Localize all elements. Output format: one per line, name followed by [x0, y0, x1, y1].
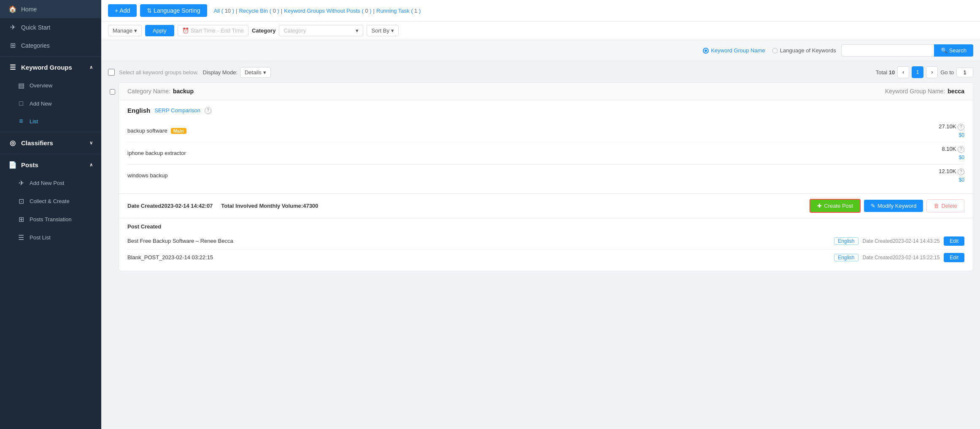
search-button[interactable]: 🔍 Search: [934, 44, 973, 57]
help-icon[interactable]: ?: [205, 107, 211, 114]
card-body: English SERP Comparison ? backup softwar…: [119, 100, 973, 193]
sidebar-item-overview[interactable]: ▤ Overview: [4, 76, 101, 95]
language-badge: English: [834, 237, 858, 245]
keyword-row: backup software Main 27.10K ? $0: [127, 120, 964, 142]
category-select[interactable]: Category ▾: [279, 25, 363, 36]
keyword-stats: 27.10K ? $0: [939, 122, 964, 139]
modify-icon: ✎: [871, 203, 875, 209]
all-link[interactable]: All ( 10 ): [214, 8, 234, 14]
keyword-table: backup software Main 27.10K ? $0 iphone …: [127, 120, 964, 187]
add-button[interactable]: + Add: [108, 4, 137, 17]
sidebar-item-classifiers[interactable]: ◎ Classifiers ∨: [0, 134, 101, 152]
prev-page-button[interactable]: ‹: [897, 66, 909, 78]
sidebar-item-label: Classifiers: [21, 139, 53, 147]
no-posts-link[interactable]: Keyword Groups Without Posts ( 0 ): [284, 8, 371, 14]
sidebar-item-quick-start[interactable]: ✈ Quick Start: [0, 18, 101, 36]
search-input[interactable]: [841, 44, 934, 57]
toolbar: + Add ⇅ Language Sorting All ( 10 ) | Re…: [101, 0, 980, 22]
keyword-name: iphone backup extractor: [127, 150, 942, 156]
card-header: Category Name: backup Keyword Group Name…: [119, 83, 973, 100]
posts-created-label: Post Created: [127, 223, 964, 230]
sidebar-item-posts-translation[interactable]: ⊞ Posts Translation: [4, 210, 101, 228]
create-post-button[interactable]: ✚ Create Post: [810, 199, 861, 213]
serp-comparison-link[interactable]: SERP Comparison: [154, 107, 200, 114]
post-date-meta: Date Created2023-02-14 14:43:25: [863, 238, 940, 244]
sidebar-item-add-new-post[interactable]: ✈ Add New Post: [4, 174, 101, 192]
post-row: Blank_POST_2023-02-14 03:22:15 English D…: [127, 250, 964, 266]
keyword-name: windows backup: [127, 172, 939, 179]
sidebar-item-keyword-groups[interactable]: ☰ Keyword Groups ∧: [0, 58, 101, 76]
sidebar-item-add-new[interactable]: □ Add New: [4, 95, 101, 112]
sidebar-item-label: Categories: [21, 42, 50, 49]
clock-icon: ⏰: [182, 27, 189, 34]
post-date-meta: Date Created2023-02-14 15:22:15: [863, 255, 940, 261]
keyword-group-card: Category Name: backup Keyword Group Name…: [119, 82, 973, 271]
chevron-down-icon: ∧: [89, 65, 93, 70]
sidebar-item-label: Add New Post: [30, 180, 64, 186]
help-icon[interactable]: ?: [958, 168, 964, 175]
select-all-checkbox[interactable]: [108, 69, 115, 76]
sidebar-item-home[interactable]: 🏠 Home: [0, 0, 101, 18]
time-range-picker[interactable]: ⏰ Start Time - End Time: [178, 25, 249, 36]
list-icon: ≡: [17, 117, 25, 125]
card-header-right: Keyword Group Name: becca: [546, 88, 964, 95]
page-1-button[interactable]: 1: [912, 66, 923, 78]
chevron-down-icon: ∨: [89, 140, 93, 146]
filter-bar: Manage ▾ Apply ⏰ Start Time - End Time C…: [101, 22, 980, 40]
running-task-link[interactable]: Running Task ( 1 ): [376, 8, 421, 14]
modify-keyword-button[interactable]: ✎ Modify Keyword: [864, 200, 923, 212]
goto-input[interactable]: [956, 68, 973, 77]
keyword-stats: 12.10K ? $0: [939, 167, 964, 184]
sidebar-item-posts[interactable]: 📄 Posts ∧: [0, 156, 101, 174]
keyword-row: windows backup 12.10K ? $0: [127, 165, 964, 187]
sidebar-item-post-list[interactable]: ☰ Post List: [4, 228, 101, 247]
chevron-down-icon: ▾: [356, 27, 359, 34]
language-sorting-button[interactable]: ⇅ Language Sorting: [140, 4, 207, 17]
main-content: + Add ⇅ Language Sorting All ( 10 ) | Re…: [101, 0, 980, 429]
collect-create-icon: ⊡: [17, 197, 25, 205]
edit-post-button[interactable]: Edit: [944, 236, 964, 246]
home-icon: 🏠: [8, 5, 17, 13]
post-title: Blank_POST_2023-02-14 03:22:15: [127, 254, 830, 261]
sidebar-item-label: Add New: [30, 100, 52, 107]
posts-submenu: ✈ Add New Post ⊡ Collect & Create ⊞ Post…: [0, 174, 101, 247]
next-page-button[interactable]: ›: [926, 66, 938, 78]
radio-dot: [703, 48, 709, 54]
chevron-down-icon: ▾: [263, 69, 266, 76]
sidebar-item-label: List: [30, 118, 38, 125]
manage-select[interactable]: Manage ▾: [108, 25, 142, 36]
divider: [0, 132, 101, 132]
sidebar-item-categories[interactable]: ⊞ Categories: [0, 36, 101, 54]
help-icon[interactable]: ?: [958, 124, 964, 130]
delete-button[interactable]: 🗑 Delete: [926, 199, 964, 212]
overview-icon: ▤: [17, 81, 25, 90]
card-checkbox[interactable]: [110, 89, 115, 95]
divider: [0, 154, 101, 154]
sidebar-item-label: Home: [21, 6, 37, 13]
select-all-text: Select all keyword groups below.: [119, 69, 199, 76]
apply-button[interactable]: Apply: [145, 25, 174, 36]
sidebar-item-list[interactable]: ≡ List: [4, 112, 101, 130]
content-area: Select all keyword groups below. Display…: [101, 61, 980, 429]
posts-section: Post Created Best Free Backup Software –…: [119, 218, 973, 271]
display-mode-select[interactable]: Details ▾: [240, 67, 271, 78]
main-badge: Main: [171, 128, 186, 134]
recycle-bin-link[interactable]: Recycle Bin ( 0 ): [239, 8, 279, 14]
add-new-post-icon: ✈: [17, 179, 25, 187]
card-row: Category Name: backup Keyword Group Name…: [108, 82, 973, 271]
card-header-left: Category Name: backup: [127, 88, 546, 95]
keyword-name: backup software Main: [127, 128, 939, 134]
radio-keyword-group-name[interactable]: Keyword Group Name: [703, 47, 765, 54]
sort-select[interactable]: Sort By ▾: [367, 25, 399, 36]
create-post-icon: ✚: [817, 203, 822, 209]
radio-language-keywords[interactable]: Language of Keywords: [772, 47, 836, 54]
edit-post-button[interactable]: Edit: [944, 253, 964, 262]
language-line: English SERP Comparison ?: [127, 107, 964, 114]
pagination: Total 10 ‹ 1 › Go to: [876, 66, 973, 78]
help-icon[interactable]: ?: [958, 146, 964, 153]
sidebar-item-label: Keyword Groups: [21, 64, 72, 71]
sidebar-item-collect-create[interactable]: ⊡ Collect & Create: [4, 192, 101, 210]
nav-links: All ( 10 ) | Recycle Bin ( 0 ) | Keyword…: [214, 8, 421, 14]
post-title: Best Free Backup Software – Renee Becca: [127, 238, 830, 244]
search-bar: Keyword Group Name Language of Keywords …: [101, 40, 980, 61]
